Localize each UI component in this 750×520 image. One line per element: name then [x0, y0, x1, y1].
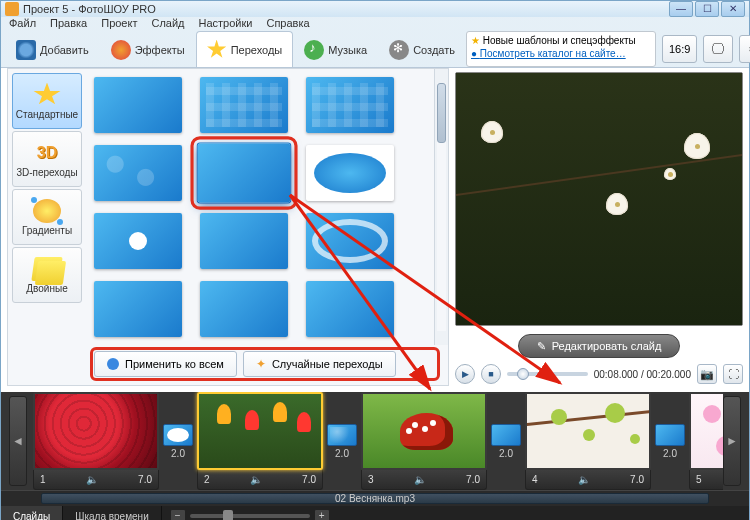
transition-thumb[interactable]: [306, 281, 394, 337]
camera-icon: [16, 40, 36, 60]
category-gradients-label: Градиенты: [22, 225, 72, 236]
menu-file[interactable]: Файл: [9, 17, 36, 29]
scrollbar-thumb[interactable]: [437, 83, 446, 143]
tab-timescale-view[interactable]: Шкала времени: [63, 506, 161, 520]
tab-create[interactable]: Создать: [378, 31, 466, 67]
grid-scrollbar[interactable]: [434, 69, 448, 345]
transition-slot-3[interactable]: [491, 424, 521, 446]
timeline-zoom: − +: [170, 506, 330, 520]
slide-duration: 7.0: [138, 474, 152, 485]
display-settings-button[interactable]: 🖵: [703, 35, 733, 63]
tab-create-label: Создать: [413, 44, 455, 56]
toolbar: Добавить Эффекты Переходы Музыка Создать…: [1, 29, 749, 67]
transition-duration: 2.0: [499, 448, 513, 459]
play-button[interactable]: ▶: [455, 364, 475, 384]
aspect-ratio-button[interactable]: 16:9: [662, 35, 697, 63]
close-button[interactable]: ✕: [721, 1, 745, 17]
transport-bar: ▶ ■ 00:08.000 / 00:20.000 📷 ⛶: [455, 362, 743, 386]
tab-transitions[interactable]: Переходы: [196, 31, 294, 67]
preview-image: [456, 73, 742, 325]
category-3d-label: 3D-переходы: [16, 167, 77, 178]
transition-duration: 2.0: [171, 448, 185, 459]
menu-edit[interactable]: Правка: [50, 17, 87, 29]
zoom-track[interactable]: [190, 514, 310, 518]
slide-number: 3: [368, 474, 374, 485]
apply-all-button[interactable]: Применить ко всем: [94, 351, 237, 377]
category-standard[interactable]: Стандартные: [12, 73, 82, 129]
fullscreen-button[interactable]: ⛶: [723, 364, 743, 384]
sound-icon[interactable]: [578, 474, 590, 485]
transition-slot-1[interactable]: [163, 424, 193, 446]
transition-thumb[interactable]: [94, 213, 182, 269]
transition-slot-2[interactable]: [327, 424, 357, 446]
tab-timescale-label: Шкала времени: [75, 511, 148, 520]
apply-all-label: Применить ко всем: [125, 358, 224, 370]
transition-thumb[interactable]: [200, 77, 288, 133]
menu-slide[interactable]: Слайд: [151, 17, 184, 29]
transition-thumb[interactable]: [200, 213, 288, 269]
tab-effects-label: Эффекты: [135, 44, 185, 56]
category-gradients[interactable]: Градиенты: [12, 189, 82, 245]
sound-icon[interactable]: [86, 474, 98, 485]
transition-thumb[interactable]: [94, 281, 182, 337]
edit-slide-button[interactable]: Редактировать слайд: [518, 334, 681, 358]
transition-thumb[interactable]: [306, 77, 394, 133]
transition-thumb[interactable]: [94, 145, 182, 201]
announce-line1: Новые шаблоны и спецэффекты: [471, 34, 651, 47]
zoom-knob[interactable]: [223, 510, 233, 520]
window-title: Проект 5 - ФотоШОУ PRO: [23, 3, 156, 15]
random-transitions-button[interactable]: Случайные переходы: [243, 351, 396, 377]
sound-icon[interactable]: [250, 474, 262, 485]
slide-thumb-4[interactable]: [525, 392, 651, 470]
slide-thumb-5[interactable]: [689, 392, 723, 470]
seek-track[interactable]: [507, 372, 588, 376]
audio-track[interactable]: 02 Веснянка.mp3: [1, 490, 749, 506]
seek-knob[interactable]: [517, 368, 529, 380]
transition-thumb[interactable]: [200, 281, 288, 337]
sound-icon[interactable]: [414, 474, 426, 485]
announce-box: Новые шаблоны и спецэффекты Посмотреть к…: [466, 31, 656, 67]
slide-thumb-2[interactable]: [197, 392, 323, 470]
transitions-panel: Стандартные 3D3D-переходы Градиенты Двой…: [7, 68, 449, 386]
audio-filename: 02 Веснянка.mp3: [335, 493, 415, 504]
transition-slot-4[interactable]: [655, 424, 685, 446]
category-3d[interactable]: 3D3D-переходы: [12, 131, 82, 187]
slide-duration: 7.0: [302, 474, 316, 485]
edit-slide-label: Редактировать слайд: [552, 340, 662, 352]
stop-button[interactable]: ■: [481, 364, 501, 384]
menu-help[interactable]: Справка: [266, 17, 309, 29]
tab-slides-view[interactable]: Слайды: [1, 506, 63, 520]
minimize-button[interactable]: —: [669, 1, 693, 17]
slide-thumb-1[interactable]: [33, 392, 159, 470]
transition-thumb-selected[interactable]: [198, 144, 290, 203]
category-list: Стандартные 3D3D-переходы Градиенты Двой…: [8, 69, 86, 345]
slide-thumb-3[interactable]: [361, 392, 487, 470]
transition-thumb[interactable]: [306, 145, 394, 201]
zoom-in-button[interactable]: +: [314, 509, 330, 520]
slide-number: 5: [696, 474, 702, 485]
transitions-grid: [86, 69, 434, 345]
transition-thumb[interactable]: [94, 77, 182, 133]
tab-effects[interactable]: Эффекты: [100, 31, 196, 67]
timeline: ◄ 17.0 2.0 27.0 2.0 37.0 2.0: [1, 392, 749, 520]
wand-icon: [256, 357, 266, 371]
titlebar: Проект 5 - ФотоШОУ PRO — ☐ ✕: [1, 1, 749, 17]
film-icon: [389, 40, 409, 60]
timeline-next-button[interactable]: ►: [723, 396, 741, 486]
announce-link[interactable]: Посмотреть каталог на сайте…: [471, 47, 651, 60]
maximize-button[interactable]: ☐: [695, 1, 719, 17]
category-double[interactable]: Двойные: [12, 247, 82, 303]
tab-add[interactable]: Добавить: [5, 31, 100, 67]
star-icon: [33, 83, 61, 107]
transition-thumb[interactable]: [306, 213, 394, 269]
timeline-prev-button[interactable]: ◄: [9, 396, 27, 486]
settings-button[interactable]: ⚙: [739, 35, 750, 63]
tab-transitions-label: Переходы: [231, 44, 283, 56]
menu-settings[interactable]: Настройки: [199, 17, 253, 29]
tab-music[interactable]: Музыка: [293, 31, 378, 67]
menu-project[interactable]: Проект: [101, 17, 137, 29]
zoom-out-button[interactable]: −: [170, 509, 186, 520]
snapshot-button[interactable]: 📷: [697, 364, 717, 384]
threed-icon: 3D: [33, 141, 61, 165]
slide-duration: 7.0: [466, 474, 480, 485]
